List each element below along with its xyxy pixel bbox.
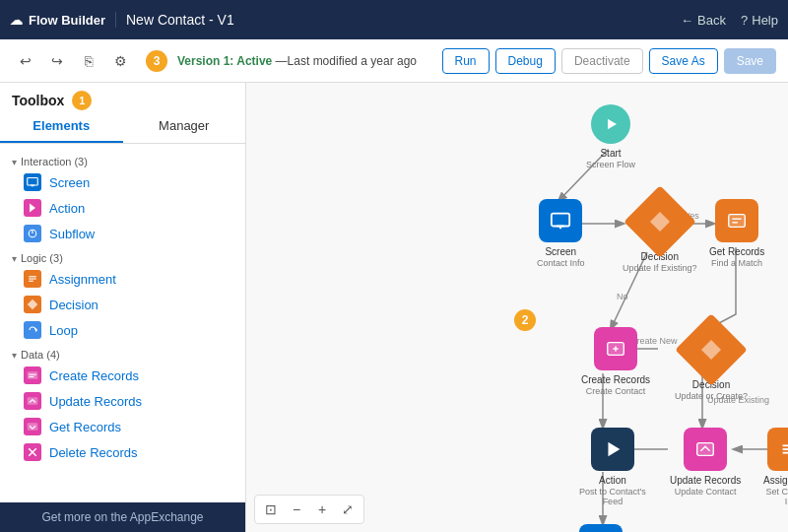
action-node-sublabel: Post to Contact's [579,487,646,497]
tab-elements[interactable]: Elements [0,110,123,143]
section-logic[interactable]: ▾ Logic (3) [0,246,245,266]
save-button[interactable]: Save [724,48,776,74]
subflow-icon [24,225,41,242]
expand-button[interactable]: ⤢ [337,499,359,520]
svg-marker-9 [28,299,38,310]
copy-button[interactable]: ⎘ [75,47,102,75]
sidebar-item-create[interactable]: Create Records [0,363,245,388]
get-node-sublabel: Find a Match [711,258,762,268]
sidebar-item-get[interactable]: Get Records [0,414,245,439]
svg-marker-10 [35,328,37,333]
screen1-sublabel: Contact Info [537,258,585,268]
main-area: Toolbox 1 Elements Manager ▾ Interaction… [0,83,788,532]
node-screen-contact[interactable]: Screen Contact Info [537,199,585,268]
decision-label: Decision [49,298,98,312]
assign-node-icon [767,428,788,471]
decision2-diamond [675,313,748,386]
section-data[interactable]: ▾ Data (4) [0,343,245,363]
section-interaction[interactable]: ▾ Interaction (3) [0,150,245,169]
chevron-icon-2: ▾ [12,253,17,264]
deactivate-button[interactable]: Deactivate [561,48,643,74]
top-nav: ☁ Flow Builder New Contact - V1 ← Back ?… [0,0,788,39]
node-update-records[interactable]: Update Records Update Contact [670,428,741,497]
section-interaction-label: Interaction (3) [21,156,88,167]
node-create-records[interactable]: Create Records Create Contact [581,327,650,396]
create-icon [24,366,41,384]
tab-manager[interactable]: Manager [123,110,246,143]
create-node-label: Create Records [581,373,650,386]
screen1-label: Screen [545,245,576,258]
svg-rect-14 [28,397,38,405]
settings-button[interactable]: ⚙ [106,47,134,75]
action-icon [24,199,41,217]
sidebar-item-delete[interactable]: Delete Records [0,439,245,465]
debug-button[interactable]: Debug [495,48,556,74]
nav-right: ← Back ? Help [681,13,778,28]
screen2-node-icon [579,524,623,532]
action-label: Action [49,201,85,216]
svg-rect-11 [28,371,38,379]
back-button[interactable]: ← Back [681,13,726,28]
node-get-records[interactable]: Get Records Find a Match [709,199,764,268]
get-icon [24,418,41,435]
node-decision-update[interactable]: Decision Update If Existing? [623,196,697,273]
help-button[interactable]: ? Help [741,13,778,28]
toolbox-badge: 1 [72,91,92,110]
create-records-label: Create Records [49,368,139,383]
toolbar: ↩ ↪ ⎘ ⚙ 3 Version 1: Active —Last modifi… [0,39,788,83]
undo-button[interactable]: ↩ [12,47,39,75]
update-node-label: Update Records [670,474,741,487]
sidebar-footer[interactable]: Get more on the AppExchange [0,502,245,532]
toolbox-header: Toolbox 1 [0,83,245,110]
action-node-icon [591,428,634,471]
sidebar-item-assignment[interactable]: Assignment [0,266,245,292]
svg-marker-45 [608,442,620,457]
brand-label: Flow Builder [29,13,105,28]
assign-icon [24,270,41,288]
update-icon [24,392,41,410]
sidebar-item-loop[interactable]: Loop [0,317,245,343]
last-modified: —Last modified a year ago [276,54,417,68]
toolbar-badge: 3 [146,50,167,72]
sidebar-item-screen[interactable]: Screen [0,169,245,195]
screen-node-icon [539,199,582,242]
chevron-icon: ▾ [12,157,17,167]
sidebar-item-decision[interactable]: Decision [0,292,245,317]
screen-icon [24,173,41,191]
action-node-sublabel2: Feed [603,497,624,506]
fit-button[interactable]: ⊡ [260,499,282,520]
redo-button[interactable]: ↪ [43,47,71,75]
help-label: Help [752,13,778,28]
decision1-sublabel: Update If Existing? [623,263,697,273]
section-data-label: Data (4) [21,349,60,361]
start-sublabel: Screen Flow [586,160,635,169]
node-screen-confirm[interactable]: Screen Confirm [579,524,623,532]
run-button[interactable]: Run [442,48,490,74]
zoom-in-button[interactable]: + [311,499,333,520]
chevron-icon-3: ▾ [12,350,17,361]
save-as-button[interactable]: Save As [649,48,718,74]
sidebar-item-update[interactable]: Update Records [0,388,245,414]
delete-records-label: Delete Records [49,445,138,460]
sidebar-item-subflow[interactable]: Subflow [0,221,245,246]
node-assign[interactable]: Assignment Set Contact ID [763,428,788,506]
action-node-label: Action [599,474,626,487]
loop-icon [24,321,41,339]
canvas-toolbar: ⊡ − + ⤢ [254,495,364,524]
subflow-label: Subflow [49,227,95,241]
version-label: Version 1: Active [177,54,272,68]
back-label: Back [697,13,726,28]
help-icon: ? [741,13,748,28]
node-decision2[interactable]: Decision Update or Create? [675,324,748,401]
sidebar-item-action[interactable]: Action [0,195,245,221]
zoom-out-button[interactable]: − [286,499,307,520]
cloud-icon: ☁ [10,13,23,28]
node-start[interactable]: Start Screen Flow [586,104,635,169]
decision2-sublabel: Update or Create? [675,391,748,401]
node-action[interactable]: Action Post to Contact's Feed [579,428,646,506]
toolbox-title: Toolbox [12,93,64,108]
svg-rect-34 [552,214,569,227]
svg-text:No: No [617,292,628,301]
svg-marker-37 [650,212,670,232]
canvas: 2 Yes No Create New [246,83,788,532]
